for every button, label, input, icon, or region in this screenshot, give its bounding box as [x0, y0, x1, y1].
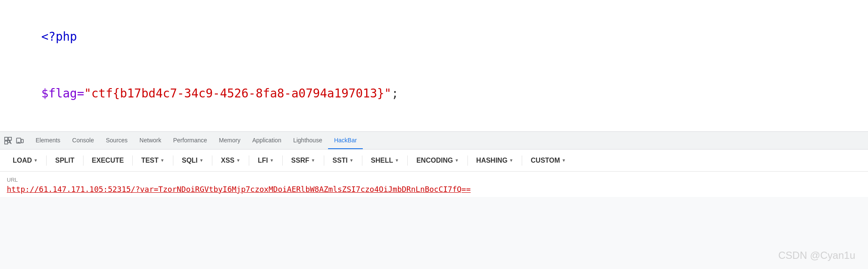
- execute-button[interactable]: EXECUTE: [86, 154, 130, 167]
- separator-9: [362, 155, 362, 166]
- hashing-dropdown-arrow: ▼: [509, 158, 513, 163]
- hackbar-toolbar: LOAD ▼ SPLIT EXECUTE TEST ▼ SQLI ▼ XSS ▼…: [0, 150, 868, 172]
- test-button[interactable]: TEST ▼: [135, 154, 170, 167]
- device-toolbar-icon[interactable]: [15, 136, 25, 145]
- php-open-tag: <?php: [41, 30, 77, 44]
- custom-dropdown-arrow: ▼: [562, 158, 566, 163]
- separator-7: [282, 155, 283, 166]
- ssrf-dropdown-arrow: ▼: [311, 158, 315, 163]
- url-value[interactable]: http://61.147.171.105:52315/?var=TzorNDo…: [7, 185, 861, 194]
- separator-5: [212, 155, 212, 166]
- split-button[interactable]: SPLIT: [49, 154, 80, 167]
- code-line-2: $flag="ctf{b17bd4c7-34c9-4526-8fa8-a0794…: [13, 65, 855, 122]
- inspect-element-icon[interactable]: [3, 136, 13, 145]
- code-line-1: <?php: [13, 8, 855, 65]
- separator-1: [46, 155, 47, 166]
- tab-hackbar[interactable]: HackBar: [328, 132, 363, 149]
- load-button[interactable]: LOAD ▼: [7, 154, 44, 167]
- tab-performance[interactable]: Performance: [167, 132, 213, 149]
- tab-console[interactable]: Console: [66, 132, 100, 149]
- ssrf-button[interactable]: SSRF ▼: [285, 154, 321, 167]
- separator-10: [407, 155, 408, 166]
- svg-rect-0: [5, 137, 8, 140]
- code-variable: $flag=: [41, 86, 84, 100]
- encoding-dropdown-arrow: ▼: [455, 158, 459, 163]
- tab-application[interactable]: Application: [246, 132, 287, 149]
- lfi-dropdown-arrow: ▼: [270, 158, 274, 163]
- load-dropdown-arrow: ▼: [33, 158, 38, 163]
- custom-button[interactable]: CUSTOM ▼: [525, 154, 572, 167]
- tab-elements[interactable]: Elements: [30, 132, 66, 149]
- devtools-icon-group: [3, 136, 25, 145]
- encoding-button[interactable]: ENCODING ▼: [410, 154, 465, 167]
- separator-3: [132, 155, 133, 166]
- ssti-dropdown-arrow: ▼: [349, 158, 353, 163]
- sqli-button[interactable]: SQLI ▼: [176, 154, 209, 167]
- separator-8: [324, 155, 324, 166]
- url-label: URL: [7, 177, 861, 183]
- svg-rect-5: [21, 139, 23, 143]
- tab-sources[interactable]: Sources: [100, 132, 134, 149]
- tab-lighthouse[interactable]: Lighthouse: [287, 132, 328, 149]
- separator-12: [522, 155, 522, 166]
- sqli-dropdown-arrow: ▼: [199, 158, 203, 163]
- code-line-3: ?>: [13, 122, 855, 131]
- shell-dropdown-arrow: ▼: [395, 158, 399, 163]
- test-dropdown-arrow: ▼: [160, 158, 164, 163]
- hackbar-url-section: URL http://61.147.171.105:52315/?var=Tzo…: [0, 172, 868, 197]
- devtools-tabs-bar: Elements Console Sources Network Perform…: [0, 132, 868, 150]
- devtools-panel: Elements Console Sources Network Perform…: [0, 131, 868, 269]
- code-semicolon: ;: [391, 86, 398, 100]
- xss-button[interactable]: XSS ▼: [215, 154, 246, 167]
- separator-4: [173, 155, 173, 166]
- separator-2: [83, 155, 83, 166]
- svg-rect-2: [5, 141, 8, 144]
- lfi-button[interactable]: LFI ▼: [252, 154, 280, 167]
- code-display: <?php $flag="ctf{b17bd4c7-34c9-4526-8fa8…: [0, 0, 868, 131]
- hashing-button[interactable]: HASHING ▼: [470, 154, 520, 167]
- ssti-button[interactable]: SSTI ▼: [327, 154, 359, 167]
- tab-memory[interactable]: Memory: [213, 132, 247, 149]
- watermark: CSDN @Cyan1u: [778, 250, 855, 261]
- svg-rect-1: [8, 137, 11, 140]
- shell-button[interactable]: SHELL ▼: [365, 154, 405, 167]
- separator-11: [467, 155, 468, 166]
- code-string: "ctf{b17bd4c7-34c9-4526-8fa8-a0794a19701…: [84, 86, 392, 100]
- tab-network[interactable]: Network: [134, 132, 167, 149]
- separator-6: [249, 155, 249, 166]
- xss-dropdown-arrow: ▼: [236, 158, 240, 163]
